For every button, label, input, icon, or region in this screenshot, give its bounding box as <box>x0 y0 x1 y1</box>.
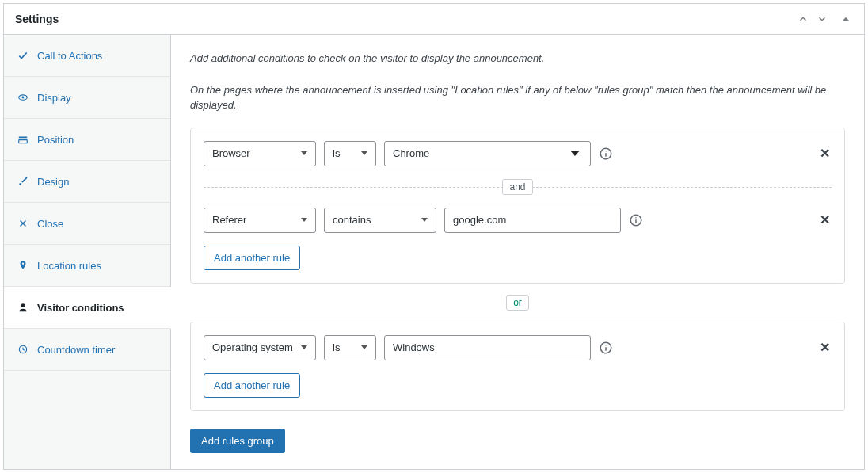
chevron-down-icon <box>421 218 428 222</box>
intro-text: Add additional conditions to check on th… <box>190 51 845 113</box>
sidebar: Call to Actions Display Position Design … <box>4 35 171 469</box>
remove-rule-button[interactable]: ✕ <box>817 147 832 161</box>
clock-icon <box>17 343 29 356</box>
intro-line2: On the pages where the announcement is i… <box>190 82 845 113</box>
or-label: or <box>506 295 529 311</box>
intro-line1: Add additional conditions to check on th… <box>190 51 845 67</box>
caret-down-icon <box>570 151 580 156</box>
rule-row: Referer contains google.com ✕ <box>204 208 832 233</box>
sidebar-item-label: Display <box>37 92 71 104</box>
chevron-down-icon <box>361 345 367 349</box>
sidebar-item-position[interactable]: Position <box>4 119 170 161</box>
svg-point-2 <box>22 97 25 99</box>
remove-rule-button[interactable]: ✕ <box>817 341 832 355</box>
sidebar-item-label: Close <box>37 218 63 230</box>
sidebar-item-label: Design <box>37 176 69 188</box>
rule-value-text: google.com <box>453 214 506 226</box>
rule-operator-value: is <box>333 341 340 353</box>
sidebar-item-countdown-timer[interactable]: Countdown timer <box>4 329 170 371</box>
rule-operator-select[interactable]: is <box>324 141 376 166</box>
rule-value-text: Chrome <box>393 147 429 159</box>
collapse-up-icon[interactable] <box>796 12 810 26</box>
sidebar-item-label: Position <box>37 134 74 146</box>
chevron-down-icon <box>301 345 307 349</box>
rule-field-value: Referer <box>212 214 246 226</box>
settings-panel: Settings Call to Actions Display Positio… <box>3 3 865 470</box>
rule-operator-select[interactable]: is <box>324 335 376 360</box>
sidebar-item-call-to-actions[interactable]: Call to Actions <box>4 35 170 77</box>
chevron-down-icon <box>301 218 307 222</box>
chevron-down-icon <box>301 151 307 155</box>
content-area: Add additional conditions to check on th… <box>171 35 864 469</box>
and-separator: and <box>204 179 832 195</box>
rule-value-input[interactable]: google.com <box>444 208 621 233</box>
position-icon <box>17 133 29 146</box>
rules-group: Browser is Chrome ✕ a <box>190 128 845 284</box>
rule-row: Operating system is Windows ✕ <box>204 335 832 360</box>
sidebar-item-close[interactable]: Close <box>4 203 170 245</box>
svg-point-11 <box>605 150 607 151</box>
rule-field-select[interactable]: Browser <box>204 141 316 166</box>
brush-icon <box>17 175 29 188</box>
info-icon[interactable] <box>599 147 613 161</box>
and-label: and <box>502 179 532 195</box>
panel-title: Settings <box>15 13 59 25</box>
add-rule-button[interactable]: Add another rule <box>204 373 300 398</box>
user-icon <box>17 301 29 314</box>
rule-operator-value: contains <box>333 214 371 226</box>
check-icon <box>17 49 29 62</box>
toggle-panel-icon[interactable] <box>839 12 853 26</box>
rules-group: Operating system is Windows ✕ Add anothe… <box>190 322 845 411</box>
info-icon[interactable] <box>629 213 643 227</box>
sidebar-item-label: Countdown timer <box>37 344 115 356</box>
rule-operator-value: is <box>333 147 340 159</box>
remove-rule-button[interactable]: ✕ <box>817 213 832 227</box>
svg-rect-3 <box>19 137 28 139</box>
rule-field-value: Operating system <box>212 341 293 353</box>
svg-point-17 <box>605 344 607 345</box>
svg-marker-0 <box>843 17 849 21</box>
rule-value-text: Windows <box>393 341 435 353</box>
close-icon <box>17 217 29 230</box>
add-rule-button[interactable]: Add another rule <box>204 246 300 270</box>
panel-header-controls <box>796 12 853 26</box>
rule-value-select[interactable]: Chrome <box>384 141 591 166</box>
sidebar-item-visitor-conditions[interactable]: Visitor conditions <box>4 287 171 329</box>
sidebar-item-location-rules[interactable]: Location rules <box>4 245 170 287</box>
rule-field-select[interactable]: Operating system <box>204 335 316 360</box>
sidebar-item-label: Visitor conditions <box>37 302 124 314</box>
expand-down-icon[interactable] <box>815 12 829 26</box>
rule-value-input[interactable]: Windows <box>384 335 591 360</box>
rule-field-select[interactable]: Referer <box>204 208 316 233</box>
sidebar-item-label: Location rules <box>37 260 101 272</box>
add-rules-group-button[interactable]: Add rules group <box>190 429 285 453</box>
or-separator: or <box>190 295 845 311</box>
panel-body: Call to Actions Display Position Design … <box>4 35 864 469</box>
info-icon[interactable] <box>599 341 613 355</box>
map-pin-icon <box>17 259 29 272</box>
svg-rect-4 <box>19 140 28 143</box>
chevron-down-icon <box>361 151 367 155</box>
svg-point-14 <box>635 216 637 218</box>
svg-point-7 <box>21 303 25 307</box>
rule-row: Browser is Chrome ✕ <box>204 141 832 166</box>
sidebar-item-display[interactable]: Display <box>4 77 170 119</box>
sidebar-item-design[interactable]: Design <box>4 161 170 203</box>
eye-icon <box>17 91 29 104</box>
panel-header: Settings <box>4 4 864 35</box>
sidebar-item-label: Call to Actions <box>37 50 102 62</box>
rule-field-value: Browser <box>212 147 250 159</box>
rule-operator-select[interactable]: contains <box>324 208 436 233</box>
